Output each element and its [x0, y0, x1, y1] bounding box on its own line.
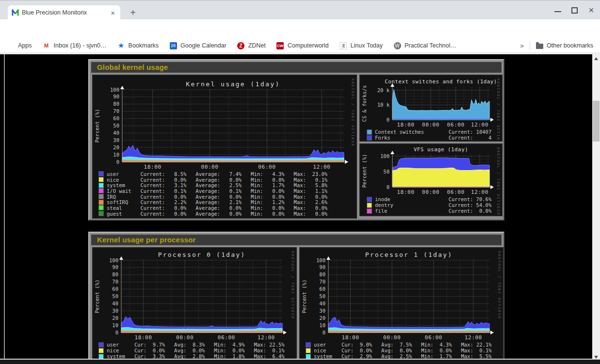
bookmarks-divider [530, 41, 530, 50]
window-minimize-icon[interactable] [554, 4, 561, 12]
svg-text:18:00: 18:00 [134, 334, 152, 341]
legend-row: file Current: 0.0% [367, 208, 491, 214]
svg-text:10: 10 [319, 322, 325, 328]
svg-text:CS & forks/s: CS & forks/s [361, 85, 367, 122]
svg-text:00:00: 00:00 [201, 164, 218, 170]
svg-text:90: 90 [112, 264, 118, 270]
bookmark-apps[interactable]: Apps [7, 42, 32, 49]
window-close-icon[interactable]: × [586, 5, 596, 16]
legend-swatch [99, 343, 103, 347]
svg-text:RRDTOOL / TOBI OETIKER: RRDTOOL / TOBI OETIKER [497, 251, 501, 319]
svg-text:Context switches and forks (1: Context switches and forks (1day) [385, 79, 497, 85]
svg-text:20 k: 20 k [377, 87, 390, 93]
svg-text:18:00: 18:00 [397, 189, 414, 195]
legend-swatch [306, 354, 310, 359]
svg-text:90: 90 [113, 94, 119, 99]
svg-text:RRDTOOL / TOBI OETIKER: RRDTOOL / TOBI OETIKER [496, 79, 500, 141]
bookmarks-overflow-chevron-icon[interactable]: » [520, 42, 524, 49]
legend-row: steal Current: 0.0% Average: 0.0% Min: 0… [99, 205, 327, 211]
svg-text:12:00: 12:00 [471, 122, 488, 128]
processor-1-graph[interactable]: 010203040506070809010018:0000:0006:0012:… [299, 247, 503, 364]
section-kernel-per-processor: Kernel usage per processor 0102030405060… [88, 232, 504, 364]
window-maximize-icon[interactable] [571, 7, 578, 14]
svg-text:06:00: 06:00 [447, 122, 465, 128]
svg-text:Processor 1 (1day): Processor 1 (1day) [365, 251, 453, 258]
legend-row: nice Cur: 0.0% Avg: 0.0% Min: 0.0% Max: … [99, 348, 285, 353]
tab-close-icon[interactable]: × [109, 9, 116, 17]
scrollbar-up-icon[interactable] [594, 57, 598, 60]
legend-text: user Current: 8.5% Average: 7.4% Min: 4.… [107, 171, 327, 177]
legend-text: steal Current: 0.0% Average: 0.0% Min: 0… [107, 205, 327, 211]
svg-text:Percent (%): Percent (%) [301, 280, 307, 314]
legend-row: user Current: 8.5% Average: 7.4% Min: 4.… [99, 171, 327, 177]
svg-text:06:00: 06:00 [218, 334, 235, 341]
legend-text: dentry Current: 54.0% [375, 202, 491, 208]
legend-swatch [367, 203, 372, 207]
svg-text:80: 80 [112, 271, 118, 277]
svg-text:50: 50 [113, 123, 119, 128]
scrollbar-thumb[interactable] [593, 101, 600, 142]
legend-text: guest Current: 0.0% Average: 0.0% Min: 0… [107, 211, 327, 217]
svg-text:00:00: 00:00 [422, 122, 439, 128]
bookmark-label: Linux Today [351, 42, 383, 49]
svg-text:30: 30 [319, 308, 325, 314]
legend-swatch [306, 343, 310, 347]
linux-today-icon: |t [340, 42, 347, 49]
legend-text: Context switches Current: 10407 [375, 129, 491, 135]
svg-text:100: 100 [109, 257, 118, 263]
bookmark-label: Computerworld [288, 42, 329, 49]
legend-row: nice Cur: 0.0% Avg: 0.0% Min: 0.0% Max: … [306, 348, 492, 353]
legend-text: inode Current: 70.6% [375, 196, 491, 202]
svg-text:10: 10 [112, 322, 118, 328]
legend-text: user Cur: 9.7% Avg: 8.3% Min: 4.9% Max: … [107, 342, 285, 348]
zdnet-icon: Z [237, 42, 245, 49]
legend-swatch [99, 172, 103, 176]
svg-text:06:00: 06:00 [447, 189, 465, 195]
svg-text:40: 40 [112, 301, 118, 306]
svg-text:RRDTOOL / TOBI OETIKER: RRDTOOL / TOBI OETIKER [496, 147, 500, 215]
processor-0-graph[interactable]: 010203040506070809010018:0000:0006:0012:… [92, 247, 297, 364]
browser-tab[interactable]: Blue Precision Monitorix × [8, 5, 120, 20]
svg-text:20: 20 [319, 315, 325, 321]
svg-text:100: 100 [380, 153, 389, 159]
legend-text: nice Current: 0.0% Average: 0.0% Min: 0.… [107, 177, 327, 183]
new-tab-button[interactable]: + [127, 7, 139, 19]
svg-text:100: 100 [110, 87, 119, 93]
vfs-usage-graph[interactable]: 05010018:0000:0006:0012:00VFS usage (1da… [359, 143, 503, 216]
bookmark-bookmarks[interactable]: ★ Bookmarks [117, 42, 159, 49]
vfs-usage-legend: inode Current: 70.6%dentry Current: 54.0… [367, 196, 491, 214]
bookmark-linux-today[interactable]: |t Linux Today [340, 42, 383, 49]
bookmark-label: Google Calendar [180, 42, 227, 49]
svg-text:06:00: 06:00 [258, 164, 276, 170]
svg-text:30: 30 [112, 308, 118, 314]
legend-swatch [367, 136, 372, 140]
legend-row: dentry Current: 54.0% [367, 202, 491, 208]
other-bookmarks-button[interactable]: Other bookmarks [536, 42, 593, 49]
legend-text: softIRQ Current: 2.2% Average: 2.1% Min:… [107, 199, 327, 205]
svg-text:70: 70 [319, 279, 325, 285]
bookmark-practical-technology[interactable]: W Practical Technol… [393, 42, 456, 49]
legend-swatch [99, 211, 103, 216]
legend-swatch [99, 206, 103, 210]
legend-swatch [99, 189, 103, 193]
svg-text:18:00: 18:00 [341, 334, 359, 341]
bookmark-google-calendar[interactable]: 28 Google Calendar [169, 42, 227, 49]
svg-text:50: 50 [319, 293, 325, 299]
legend-row: nice Current: 0.0% Average: 0.0% Min: 0.… [99, 177, 327, 183]
bookmark-label: Apps [18, 42, 32, 49]
bookmark-computerworld[interactable]: CW Computerworld [276, 42, 329, 49]
section-title: Global kernel usage [97, 63, 168, 71]
svg-text:18:00: 18:00 [397, 122, 414, 128]
gmail-icon: M [43, 42, 50, 49]
kernel-usage-graph[interactable]: 010203040506070809010018:0000:0006:0012:… [92, 75, 357, 219]
legend-row: guest Current: 0.0% Average: 0.0% Min: 0… [99, 211, 327, 217]
bookmark-zdnet[interactable]: Z ZDNet [237, 42, 266, 49]
svg-text:Kernel usage (1day): Kernel usage (1day) [186, 80, 280, 88]
legend-row: user Cur: 9.0% Avg: 7.5% Min: 4.3% Max: … [306, 342, 492, 348]
context-switches-graph[interactable]: 010 k20 k18:0000:0006:0012:00Context swi… [359, 75, 503, 142]
legend-text: IRQ Current: 0.0% Average: 0.0% Min: 0.0… [107, 194, 327, 200]
svg-text:12:00: 12:00 [258, 334, 275, 341]
bookmark-inbox[interactable]: M Inbox (16) - sjvn0… [43, 42, 107, 49]
bookmark-label: Practical Technol… [405, 42, 456, 49]
legend-text: nice Cur: 0.0% Avg: 0.0% Min: 0.0% Max: … [314, 348, 492, 353]
